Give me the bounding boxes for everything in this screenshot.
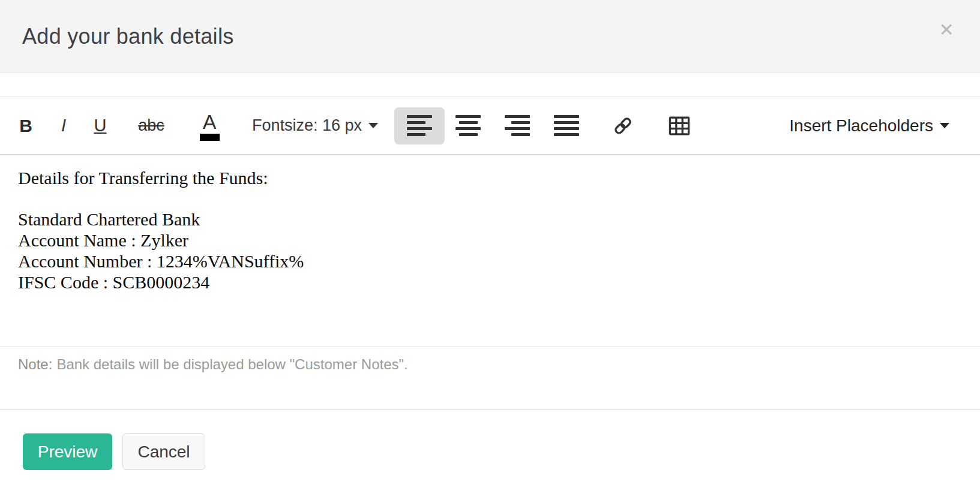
modal-header: Add your bank details ✕ <box>0 0 980 73</box>
editor-line: IFSC Code : SCB0000234 <box>18 272 962 293</box>
editor-line: Account Name : Zylker <box>18 230 962 251</box>
link-icon <box>611 114 635 138</box>
caret-down-icon <box>940 123 949 128</box>
table-icon <box>667 115 692 137</box>
underline-button[interactable]: U <box>87 111 113 141</box>
italic-button[interactable]: I <box>50 111 77 141</box>
editor-line: Standard Chartered Bank <box>18 209 962 230</box>
insert-table-button[interactable] <box>661 109 697 143</box>
font-color-button[interactable]: A <box>195 108 224 144</box>
align-right-icon <box>505 112 530 139</box>
align-center-icon <box>455 112 481 139</box>
strikethrough-button[interactable]: abc <box>132 111 170 141</box>
cancel-button[interactable]: Cancel <box>122 433 205 470</box>
note-label: Note: <box>18 356 52 372</box>
align-left-icon <box>407 112 432 139</box>
close-button[interactable]: ✕ <box>933 17 960 43</box>
editor-line: Details for Transferring the Funds: <box>18 168 962 189</box>
note-bar: Note:Bank details will be displayed belo… <box>0 347 980 410</box>
editor-line: Account Number : 1234%VANSuffix% <box>18 251 962 272</box>
close-icon: ✕ <box>939 21 954 39</box>
preview-button[interactable]: Preview <box>23 433 112 470</box>
align-right-button[interactable] <box>492 107 543 144</box>
bold-button[interactable]: B <box>13 111 39 141</box>
note-text: Bank details will be displayed below "Cu… <box>56 356 407 372</box>
font-color-letter: A <box>203 111 217 132</box>
fontsize-label: Fontsize: 16 px <box>252 116 362 135</box>
insert-placeholders-label: Insert Placeholders <box>789 116 933 135</box>
justify-button[interactable] <box>541 107 592 144</box>
fontsize-dropdown[interactable]: Fontsize: 16 px <box>252 111 378 141</box>
font-color-swatch <box>200 134 220 141</box>
align-center-button[interactable] <box>443 107 493 144</box>
justify-icon <box>554 112 579 139</box>
editor-line <box>18 189 962 210</box>
insert-link-button[interactable] <box>605 109 641 143</box>
header-gap <box>0 73 980 97</box>
rich-text-editor[interactable]: Details for Transferring the Funds: Stan… <box>0 155 980 347</box>
rich-text-toolbar: B I U abc A Fontsize: 16 px <box>0 97 980 155</box>
align-left-button[interactable] <box>394 107 445 144</box>
page-title: Add your bank details <box>22 24 234 49</box>
modal-footer: Preview Cancel <box>0 410 980 485</box>
insert-placeholders-dropdown[interactable]: Insert Placeholders <box>789 109 949 143</box>
bank-details-modal: Add your bank details ✕ B I U abc A Font… <box>0 0 980 485</box>
caret-down-icon <box>368 123 378 128</box>
